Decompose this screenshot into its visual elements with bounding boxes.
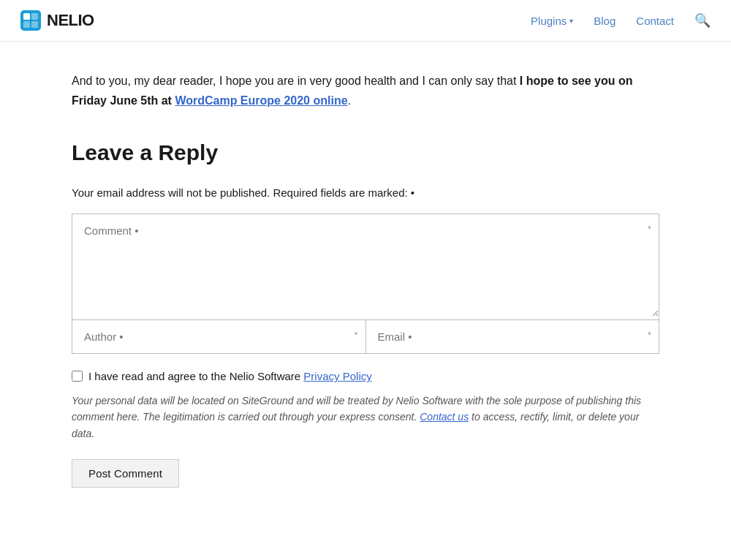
author-input-wrap: •	[72, 320, 366, 353]
search-icon: 🔍	[694, 13, 711, 28]
nav-blog-link[interactable]: Blog	[594, 15, 616, 27]
plugins-label: Plugins	[531, 15, 567, 27]
chevron-down-icon: ▾	[569, 17, 573, 25]
leave-reply-heading: Leave a Reply	[72, 140, 659, 166]
author-input[interactable]	[72, 320, 366, 353]
nav-contact-link[interactable]: Contact	[636, 15, 674, 27]
privacy-note-text: Your personal data will be located on Si…	[72, 393, 659, 442]
intro-period: .	[348, 94, 351, 107]
comment-field-wrap: •	[72, 213, 659, 320]
wordcamp-link[interactable]: WordCamp Europe 2020 online	[175, 94, 347, 107]
intro-text-before: And to you, my dear reader, I hope you a…	[72, 75, 520, 87]
navigation: NELIO Plugins ▾ Blog Contact 🔍	[0, 0, 731, 42]
email-input[interactable]	[366, 320, 659, 353]
privacy-label-before: I have read and agree to the Nelio Softw…	[88, 370, 303, 382]
email-input-wrap: •	[366, 320, 659, 353]
contact-us-link[interactable]: Contact us	[420, 411, 469, 423]
privacy-label[interactable]: I have read and agree to the Nelio Softw…	[88, 368, 372, 385]
svg-rect-1	[23, 13, 30, 20]
privacy-policy-link[interactable]: Privacy Policy	[303, 370, 371, 382]
email-required-indicator: •	[648, 328, 651, 339]
svg-rect-4	[31, 21, 38, 28]
logo-text: NELIO	[47, 11, 94, 30]
privacy-checkbox-wrap: I have read and agree to the Nelio Softw…	[72, 368, 659, 385]
nav-links: Plugins ▾ Blog Contact 🔍	[531, 14, 711, 27]
main-content: And to you, my dear reader, I hope you a…	[51, 42, 680, 531]
privacy-checkbox[interactable]	[72, 371, 83, 382]
post-comment-button[interactable]: Post Comment	[72, 459, 179, 488]
svg-rect-2	[31, 13, 38, 20]
comment-textarea[interactable]	[72, 214, 659, 317]
comment-form: • • • I have read and agree to the Nelio…	[72, 213, 659, 488]
intro-paragraph: And to you, my dear reader, I hope you a…	[72, 71, 659, 110]
author-required-indicator: •	[355, 328, 358, 339]
comment-required-indicator: •	[648, 222, 651, 233]
nav-plugins-link[interactable]: Plugins ▾	[531, 15, 573, 27]
author-email-row: • •	[72, 320, 659, 354]
svg-rect-0	[20, 10, 41, 31]
required-fields-note: Your email address will not be published…	[72, 186, 659, 199]
logo[interactable]: NELIO	[20, 10, 94, 31]
search-button[interactable]: 🔍	[694, 14, 711, 27]
nelio-logo-icon	[20, 10, 41, 31]
svg-rect-3	[23, 21, 30, 28]
